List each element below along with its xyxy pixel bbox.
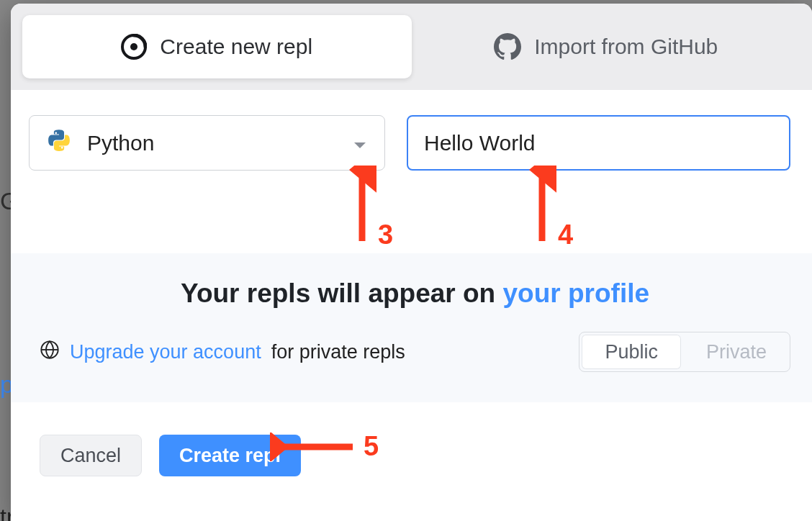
upgrade-row: Upgrade your account for private repls P… bbox=[40, 332, 790, 372]
chevron-down-icon bbox=[353, 131, 367, 155]
your-profile-link[interactable]: your profile bbox=[503, 278, 650, 308]
python-icon bbox=[47, 128, 71, 158]
globe-icon bbox=[40, 340, 60, 365]
language-name: Python bbox=[87, 131, 154, 155]
new-repl-modal: Create new repl Import from GitHub bbox=[11, 4, 812, 521]
tab-import-label: Import from GitHub bbox=[534, 35, 718, 59]
annotation-arrow-3 bbox=[348, 166, 376, 245]
tab-import-github[interactable]: Import from GitHub bbox=[412, 15, 801, 78]
backdrop: Gi p try writing a working Hypnotic avoc… bbox=[0, 0, 812, 521]
replit-icon bbox=[121, 34, 147, 60]
language-select[interactable]: Python bbox=[29, 115, 385, 171]
visibility-toggle: Public Private bbox=[579, 332, 790, 372]
annotation-label-4: 4 bbox=[558, 219, 573, 250]
svg-point-1 bbox=[130, 43, 137, 50]
upgrade-account-link[interactable]: Upgrade your account bbox=[70, 341, 261, 363]
toggle-private[interactable]: Private bbox=[683, 332, 790, 371]
github-icon bbox=[494, 33, 521, 60]
profile-title-prefix: Your repls will appear on bbox=[181, 278, 503, 308]
upgrade-suffix: for private repls bbox=[271, 341, 405, 363]
tabs: Create new repl Import from GitHub bbox=[11, 4, 812, 90]
annotation-arrow-4 bbox=[528, 166, 556, 245]
toggle-public[interactable]: Public bbox=[582, 335, 681, 369]
annotation-label-3: 3 bbox=[378, 219, 393, 250]
cancel-button[interactable]: Cancel bbox=[40, 435, 142, 476]
profile-visibility-panel: Your repls will appear on your profile U… bbox=[11, 253, 812, 402]
tab-create-label: Create new repl bbox=[160, 35, 312, 59]
tab-create-new-repl[interactable]: Create new repl bbox=[22, 15, 412, 78]
buttons-row: Cancel Create repl bbox=[11, 402, 812, 476]
repl-name-input[interactable] bbox=[407, 115, 790, 171]
form-row: Python bbox=[11, 90, 812, 171]
profile-title: Your repls will appear on your profile bbox=[40, 278, 790, 309]
create-repl-button[interactable]: Create repl bbox=[159, 435, 301, 476]
